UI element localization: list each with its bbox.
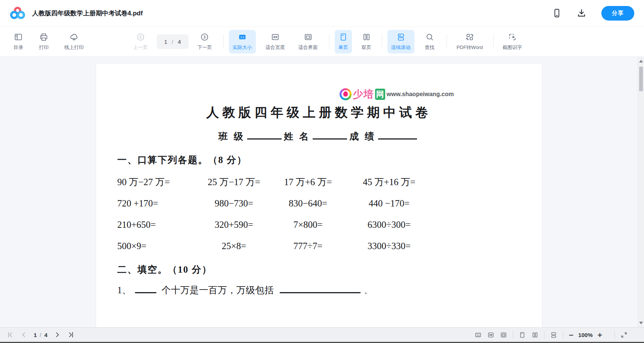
fit-width-icon	[271, 33, 280, 42]
page-current: 1	[164, 39, 167, 45]
screenshot-ocr-label: 截图识字	[503, 44, 522, 51]
print-button[interactable]: 打印	[35, 30, 52, 53]
pdf-to-word-icon	[465, 33, 474, 42]
field-class-blank	[247, 131, 282, 140]
file-title: 人教版四年级数学上册期中考试卷4.pdf	[32, 9, 143, 18]
continuous-scroll-icon[interactable]	[550, 331, 557, 339]
double-page-icon[interactable]	[531, 331, 539, 339]
statusbar-page-separator: /	[40, 332, 41, 338]
download-icon[interactable]	[577, 8, 586, 18]
toolbar-divider	[447, 34, 447, 49]
single-page-button[interactable]: 单页	[335, 30, 352, 53]
double-page-button[interactable]: 双页	[358, 30, 375, 53]
online-print-button[interactable]: 线上打印	[61, 30, 88, 53]
statusbar-divider	[544, 331, 545, 339]
zoom-controls: − 100% +	[569, 331, 602, 339]
oral-problem: 210+650=	[117, 220, 197, 230]
statusbar-page-nav: 1 / 4	[7, 331, 74, 339]
svg-text:1:1: 1:1	[477, 334, 480, 336]
zoom-in-button[interactable]: +	[598, 331, 602, 339]
oral-problem: 720 +170=	[117, 198, 197, 209]
fit-page-label: 适合界面	[298, 44, 318, 51]
fit-width-label: 适合宽度	[266, 44, 285, 51]
fit-page-icon[interactable]	[500, 331, 507, 339]
actual-size-label: 实际大小	[233, 44, 252, 51]
section1-heading: 一、口算下列各题。（8 分）	[117, 154, 542, 166]
paper-fields-row: 班 级 姓 名 成 绩	[96, 130, 542, 143]
statusbar-tools: 1:1 − 100% +	[475, 331, 637, 339]
field-score-label: 成 绩	[349, 130, 376, 143]
next-page-label: 下一页	[197, 44, 212, 51]
toc-icon	[14, 33, 23, 42]
toolbar: 目录 打印 线上打印 上一页 1 / 4	[0, 26, 644, 57]
header-bar: 人教版四年级数学上册期中考试卷4.pdf 分享	[0, 0, 644, 26]
oral-problem: 3300÷330=	[345, 241, 434, 251]
continuous-scroll-button[interactable]: 连续滚动	[387, 30, 414, 53]
zoom-out-button[interactable]: −	[569, 331, 573, 339]
scroll-up-arrow[interactable]	[639, 60, 643, 62]
brand-name: 少培	[353, 88, 374, 101]
fill-item-1: 1、 个十万是一百万，万级包括 。	[117, 284, 542, 296]
field-score-blank	[378, 131, 417, 140]
brand-row: 少培 网 www.shaopeiwang.com	[96, 87, 542, 102]
fit-width-icon[interactable]	[487, 331, 494, 339]
prev-page-label: 上一页	[133, 44, 148, 51]
vertical-scrollbar[interactable]	[638, 57, 644, 327]
statusbar-divider	[513, 331, 513, 339]
find-button[interactable]: 查找	[421, 30, 438, 53]
screenshot-ocr-button[interactable]: 截图识字	[499, 30, 526, 53]
last-page-icon[interactable]	[67, 331, 74, 339]
fit-page-button[interactable]: 适合界面	[295, 30, 322, 53]
statusbar-page-current: 1	[34, 332, 37, 338]
section2-heading: 二、填空。（10 分）	[117, 263, 542, 276]
toc-button[interactable]: 目录	[10, 30, 27, 53]
next-page-button[interactable]: 下一页	[194, 30, 216, 53]
prev-page-icon[interactable]	[20, 331, 28, 339]
oral-problem: 25 万−17 万=	[197, 176, 272, 188]
screenshot-ocr-icon	[508, 33, 517, 42]
statusbar-divider	[614, 331, 615, 339]
prev-page-button[interactable]: 上一页	[129, 30, 151, 53]
page-indicator[interactable]: 1 / 4	[157, 34, 188, 49]
oral-problem: 7×800=	[272, 220, 345, 230]
single-page-icon	[339, 33, 348, 42]
continuous-scroll-icon	[396, 33, 405, 42]
fill-item-period: 。	[364, 287, 371, 295]
fill-item-text: 个十万是一百万，万级包括	[162, 284, 274, 296]
oral-problem: 500×9=	[117, 241, 197, 251]
pdf-viewer-window: 人教版四年级数学上册期中考试卷4.pdf 分享 目录 打印	[0, 0, 644, 343]
fill-blank-1	[135, 292, 156, 293]
page-scroll-area[interactable]: 少培 网 www.shaopeiwang.com 人教版四年级上册数学期中试卷 …	[0, 57, 638, 327]
statusbar-page-total: 4	[45, 332, 47, 338]
oral-problem: 777÷7=	[272, 241, 345, 251]
next-page-icon[interactable]	[53, 331, 61, 339]
double-page-label: 双页	[362, 44, 371, 51]
toolbar-divider	[493, 34, 494, 49]
field-name-label: 姓 名	[284, 130, 310, 143]
mobile-phone-icon[interactable]	[552, 8, 562, 18]
document-viewport: 少培 网 www.shaopeiwang.com 人教版四年级上册数学期中试卷 …	[0, 57, 644, 327]
fit-width-button[interactable]: 适合宽度	[262, 30, 289, 53]
header-actions: 分享	[552, 6, 634, 21]
search-icon	[425, 33, 434, 42]
oral-problem: 45 万+16 万=	[345, 176, 434, 188]
first-page-icon[interactable]	[7, 331, 14, 339]
share-button[interactable]: 分享	[601, 6, 634, 21]
pdf-to-word-button[interactable]: PDF转Word	[453, 30, 487, 53]
statusbar-page-indicator: 1 / 4	[34, 332, 47, 338]
actual-size-icon[interactable]: 1:1	[475, 331, 482, 339]
oral-problem: 25×8=	[197, 241, 272, 251]
field-class-label: 班 级	[218, 130, 245, 143]
oral-problem: 90 万−27 万=	[117, 176, 197, 188]
fullscreen-icon[interactable]	[620, 331, 628, 339]
single-page-icon[interactable]	[519, 331, 526, 339]
fill-item-number: 1、	[117, 284, 132, 296]
scrollbar-thumb[interactable]	[639, 67, 643, 91]
oral-row: 720 +170= 980−730= 830−640= 440 −170=	[117, 193, 542, 214]
scroll-down-arrow[interactable]	[639, 322, 643, 324]
toolbar-divider	[382, 34, 382, 49]
oral-problem: 440 −170=	[345, 198, 434, 209]
toc-label: 目录	[13, 44, 23, 51]
zoom-level: 100%	[578, 332, 592, 338]
actual-size-button[interactable]: 1:1 实际大小	[229, 30, 256, 53]
